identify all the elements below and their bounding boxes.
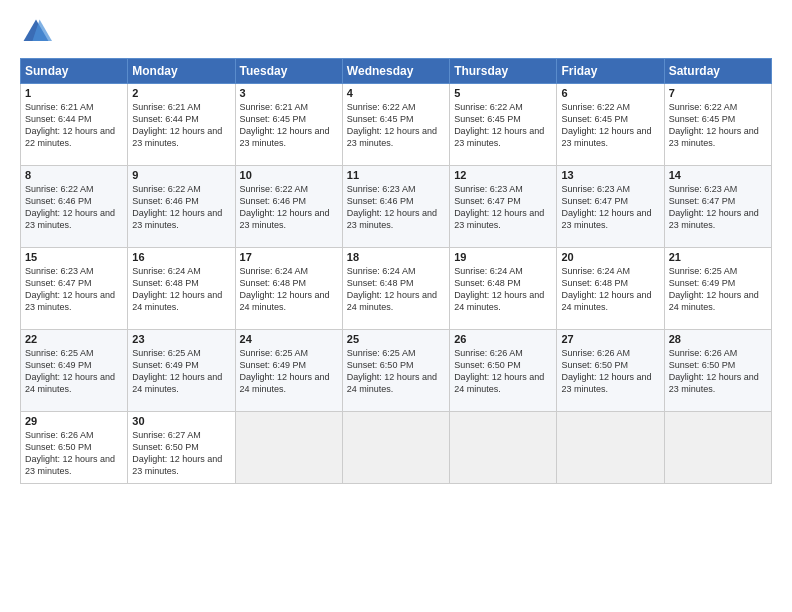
calendar-cell: 9 Sunrise: 6:22 AM Sunset: 6:46 PM Dayli… [128, 166, 235, 248]
calendar-cell: 22 Sunrise: 6:25 AM Sunset: 6:49 PM Dayl… [21, 330, 128, 412]
calendar-cell: 26 Sunrise: 6:26 AM Sunset: 6:50 PM Dayl… [450, 330, 557, 412]
cell-info: Sunrise: 6:25 AM Sunset: 6:49 PM Dayligh… [25, 347, 123, 396]
header [20, 16, 772, 48]
calendar-cell: 20 Sunrise: 6:24 AM Sunset: 6:48 PM Dayl… [557, 248, 664, 330]
calendar-header-thursday: Thursday [450, 59, 557, 84]
cell-info: Sunrise: 6:23 AM Sunset: 6:46 PM Dayligh… [347, 183, 445, 232]
day-number: 21 [669, 251, 767, 263]
cell-info: Sunrise: 6:24 AM Sunset: 6:48 PM Dayligh… [347, 265, 445, 314]
day-number: 29 [25, 415, 123, 427]
calendar-cell: 15 Sunrise: 6:23 AM Sunset: 6:47 PM Dayl… [21, 248, 128, 330]
calendar-cell: 28 Sunrise: 6:26 AM Sunset: 6:50 PM Dayl… [664, 330, 771, 412]
day-number: 17 [240, 251, 338, 263]
day-number: 11 [347, 169, 445, 181]
day-number: 18 [347, 251, 445, 263]
calendar-week-3: 15 Sunrise: 6:23 AM Sunset: 6:47 PM Dayl… [21, 248, 772, 330]
calendar-cell [664, 412, 771, 484]
calendar-cell: 27 Sunrise: 6:26 AM Sunset: 6:50 PM Dayl… [557, 330, 664, 412]
day-number: 7 [669, 87, 767, 99]
day-number: 2 [132, 87, 230, 99]
cell-info: Sunrise: 6:23 AM Sunset: 6:47 PM Dayligh… [561, 183, 659, 232]
day-number: 24 [240, 333, 338, 345]
calendar-week-2: 8 Sunrise: 6:22 AM Sunset: 6:46 PM Dayli… [21, 166, 772, 248]
calendar-cell: 5 Sunrise: 6:22 AM Sunset: 6:45 PM Dayli… [450, 84, 557, 166]
day-number: 14 [669, 169, 767, 181]
calendar-header-tuesday: Tuesday [235, 59, 342, 84]
day-number: 25 [347, 333, 445, 345]
calendar-cell: 19 Sunrise: 6:24 AM Sunset: 6:48 PM Dayl… [450, 248, 557, 330]
calendar-cell [557, 412, 664, 484]
calendar-header-sunday: Sunday [21, 59, 128, 84]
calendar-week-1: 1 Sunrise: 6:21 AM Sunset: 6:44 PM Dayli… [21, 84, 772, 166]
day-number: 9 [132, 169, 230, 181]
cell-info: Sunrise: 6:25 AM Sunset: 6:49 PM Dayligh… [240, 347, 338, 396]
day-number: 19 [454, 251, 552, 263]
day-number: 15 [25, 251, 123, 263]
calendar-cell [342, 412, 449, 484]
cell-info: Sunrise: 6:24 AM Sunset: 6:48 PM Dayligh… [240, 265, 338, 314]
calendar-cell: 24 Sunrise: 6:25 AM Sunset: 6:49 PM Dayl… [235, 330, 342, 412]
calendar-cell [235, 412, 342, 484]
calendar-cell: 11 Sunrise: 6:23 AM Sunset: 6:46 PM Dayl… [342, 166, 449, 248]
cell-info: Sunrise: 6:24 AM Sunset: 6:48 PM Dayligh… [561, 265, 659, 314]
day-number: 8 [25, 169, 123, 181]
day-number: 26 [454, 333, 552, 345]
cell-info: Sunrise: 6:22 AM Sunset: 6:46 PM Dayligh… [132, 183, 230, 232]
calendar-cell: 17 Sunrise: 6:24 AM Sunset: 6:48 PM Dayl… [235, 248, 342, 330]
page: SundayMondayTuesdayWednesdayThursdayFrid… [0, 0, 792, 612]
cell-info: Sunrise: 6:24 AM Sunset: 6:48 PM Dayligh… [132, 265, 230, 314]
calendar-table: SundayMondayTuesdayWednesdayThursdayFrid… [20, 58, 772, 484]
calendar-cell: 1 Sunrise: 6:21 AM Sunset: 6:44 PM Dayli… [21, 84, 128, 166]
day-number: 12 [454, 169, 552, 181]
cell-info: Sunrise: 6:21 AM Sunset: 6:44 PM Dayligh… [25, 101, 123, 150]
cell-info: Sunrise: 6:25 AM Sunset: 6:50 PM Dayligh… [347, 347, 445, 396]
logo [20, 16, 54, 48]
cell-info: Sunrise: 6:27 AM Sunset: 6:50 PM Dayligh… [132, 429, 230, 478]
cell-info: Sunrise: 6:22 AM Sunset: 6:45 PM Dayligh… [454, 101, 552, 150]
calendar-cell: 13 Sunrise: 6:23 AM Sunset: 6:47 PM Dayl… [557, 166, 664, 248]
day-number: 4 [347, 87, 445, 99]
cell-info: Sunrise: 6:26 AM Sunset: 6:50 PM Dayligh… [669, 347, 767, 396]
calendar-header-saturday: Saturday [664, 59, 771, 84]
calendar-cell: 10 Sunrise: 6:22 AM Sunset: 6:46 PM Dayl… [235, 166, 342, 248]
calendar-header-wednesday: Wednesday [342, 59, 449, 84]
calendar-cell: 12 Sunrise: 6:23 AM Sunset: 6:47 PM Dayl… [450, 166, 557, 248]
day-number: 16 [132, 251, 230, 263]
day-number: 30 [132, 415, 230, 427]
day-number: 27 [561, 333, 659, 345]
cell-info: Sunrise: 6:25 AM Sunset: 6:49 PM Dayligh… [132, 347, 230, 396]
calendar-week-4: 22 Sunrise: 6:25 AM Sunset: 6:49 PM Dayl… [21, 330, 772, 412]
cell-info: Sunrise: 6:26 AM Sunset: 6:50 PM Dayligh… [561, 347, 659, 396]
cell-info: Sunrise: 6:21 AM Sunset: 6:45 PM Dayligh… [240, 101, 338, 150]
calendar-week-5: 29 Sunrise: 6:26 AM Sunset: 6:50 PM Dayl… [21, 412, 772, 484]
day-number: 28 [669, 333, 767, 345]
cell-info: Sunrise: 6:22 AM Sunset: 6:46 PM Dayligh… [25, 183, 123, 232]
day-number: 5 [454, 87, 552, 99]
cell-info: Sunrise: 6:24 AM Sunset: 6:48 PM Dayligh… [454, 265, 552, 314]
calendar-header-friday: Friday [557, 59, 664, 84]
calendar-cell [450, 412, 557, 484]
cell-info: Sunrise: 6:21 AM Sunset: 6:44 PM Dayligh… [132, 101, 230, 150]
day-number: 13 [561, 169, 659, 181]
calendar-cell: 8 Sunrise: 6:22 AM Sunset: 6:46 PM Dayli… [21, 166, 128, 248]
cell-info: Sunrise: 6:22 AM Sunset: 6:45 PM Dayligh… [669, 101, 767, 150]
calendar-header-row: SundayMondayTuesdayWednesdayThursdayFrid… [21, 59, 772, 84]
calendar-cell: 2 Sunrise: 6:21 AM Sunset: 6:44 PM Dayli… [128, 84, 235, 166]
day-number: 23 [132, 333, 230, 345]
calendar-cell: 25 Sunrise: 6:25 AM Sunset: 6:50 PM Dayl… [342, 330, 449, 412]
day-number: 22 [25, 333, 123, 345]
calendar-cell: 3 Sunrise: 6:21 AM Sunset: 6:45 PM Dayli… [235, 84, 342, 166]
calendar-cell: 29 Sunrise: 6:26 AM Sunset: 6:50 PM Dayl… [21, 412, 128, 484]
logo-icon [20, 16, 52, 48]
calendar-header-monday: Monday [128, 59, 235, 84]
calendar-cell: 16 Sunrise: 6:24 AM Sunset: 6:48 PM Dayl… [128, 248, 235, 330]
cell-info: Sunrise: 6:26 AM Sunset: 6:50 PM Dayligh… [454, 347, 552, 396]
day-number: 10 [240, 169, 338, 181]
calendar-cell: 4 Sunrise: 6:22 AM Sunset: 6:45 PM Dayli… [342, 84, 449, 166]
cell-info: Sunrise: 6:22 AM Sunset: 6:45 PM Dayligh… [347, 101, 445, 150]
calendar-cell: 21 Sunrise: 6:25 AM Sunset: 6:49 PM Dayl… [664, 248, 771, 330]
calendar-cell: 6 Sunrise: 6:22 AM Sunset: 6:45 PM Dayli… [557, 84, 664, 166]
cell-info: Sunrise: 6:23 AM Sunset: 6:47 PM Dayligh… [454, 183, 552, 232]
calendar-cell: 14 Sunrise: 6:23 AM Sunset: 6:47 PM Dayl… [664, 166, 771, 248]
day-number: 6 [561, 87, 659, 99]
